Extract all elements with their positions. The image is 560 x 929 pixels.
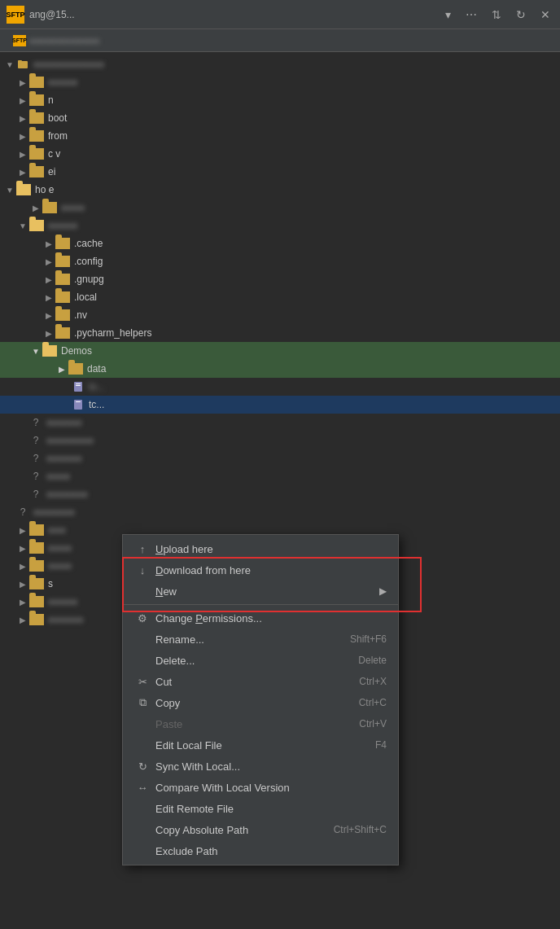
tree-row-pycharm[interactable]: ▶ .pycharm_helpers bbox=[0, 324, 560, 342]
folder-icon-cv bbox=[29, 148, 44, 160]
tree-row-qfile2[interactable]: ? ●●●●●●●● bbox=[0, 432, 560, 449]
folder-icon-nv bbox=[55, 309, 70, 321]
tree-row-boot[interactable]: ▶ boot bbox=[0, 109, 560, 127]
expand-arrow: ▶ bbox=[16, 562, 29, 571]
tree-row-data[interactable]: ▶ data bbox=[0, 360, 560, 378]
tree-row-config[interactable]: ▶ .config bbox=[0, 252, 560, 270]
folder-icon-config bbox=[55, 256, 70, 267]
tree-row-n[interactable]: ▶ n bbox=[0, 91, 560, 109]
download-label: Download from here bbox=[155, 564, 387, 576]
tree-row-qfile6[interactable]: ? ●●●●●●● bbox=[0, 503, 560, 521]
tree-row-from[interactable]: ▶ from bbox=[0, 127, 560, 145]
tree-row-home-sub1[interactable]: ▶ ●●●● bbox=[0, 199, 560, 217]
menu-item-new[interactable]: New ▶ bbox=[123, 581, 398, 602]
close-btn[interactable]: ✕ bbox=[537, 7, 553, 23]
sub1-label: ●●●● bbox=[61, 202, 85, 213]
copy-label: Copy bbox=[155, 697, 343, 709]
transfer-btn[interactable]: ⇅ bbox=[488, 7, 505, 23]
sftp-tab[interactable]: SFTP ●●●●●●●●●●●●● bbox=[7, 29, 106, 51]
root-label: ●●●●●●●●●●●● bbox=[33, 59, 104, 70]
refresh-btn[interactable]: ↻ bbox=[513, 7, 529, 23]
edit-local-shortcut: F4 bbox=[375, 739, 387, 751]
menu-item-upload[interactable]: ↑ Upload here bbox=[123, 538, 398, 559]
qfile3-label: ●●●●●● bbox=[46, 453, 82, 464]
menu-item-cut[interactable]: ✂ Cut Ctrl+X bbox=[123, 671, 398, 692]
rename-label: Rename... bbox=[155, 633, 334, 646]
svg-rect-2 bbox=[74, 382, 82, 392]
expand-arrow: ▶ bbox=[42, 275, 55, 284]
gnupg-label: .gnupg bbox=[74, 274, 104, 285]
expand-arrow: ▶ bbox=[16, 114, 29, 123]
cut-shortcut: Ctrl+X bbox=[359, 676, 387, 687]
folder-icon-ei bbox=[29, 166, 44, 177]
tree-row-home[interactable]: ▼ ho e bbox=[0, 181, 560, 199]
tree-row-nv[interactable]: ▶ .nv bbox=[0, 306, 560, 324]
expand-arrow: ▶ bbox=[42, 293, 55, 302]
tree-row-item1[interactable]: ▶ ●●●●● bbox=[0, 73, 560, 91]
ei-label: ei bbox=[48, 166, 55, 177]
svg-rect-4 bbox=[76, 385, 81, 386]
menu-item-sync[interactable]: ↻ Sync With Local... bbox=[123, 756, 398, 777]
window-title: ang@15... bbox=[29, 9, 442, 20]
qfile1-label: ●●●●●● bbox=[46, 417, 82, 428]
tree-row-home-sub2[interactable]: ▼ ●●●●● bbox=[0, 217, 560, 234]
expand-arrow: ▶ bbox=[29, 204, 42, 213]
menu-item-download[interactable]: ↓ Download from here bbox=[123, 559, 398, 581]
expand-arrow: ▶ bbox=[16, 150, 29, 159]
qfile2-label: ●●●●●●●● bbox=[46, 435, 94, 446]
copy-path-shortcut: Ctrl+Shift+C bbox=[334, 824, 387, 835]
sync-label: Sync With Local... bbox=[155, 760, 387, 773]
tree-row-qfile4[interactable]: ? ●●●● bbox=[0, 467, 560, 485]
permissions-icon: ⚙ bbox=[134, 612, 151, 624]
menu-item-edit-remote[interactable]: Edit Remote File bbox=[123, 798, 398, 819]
folder-icon-boot bbox=[29, 112, 44, 124]
context-menu: ↑ Upload here ↓ Download from here New ▶… bbox=[122, 534, 399, 865]
tree-row-qfile5[interactable]: ? ●●●●●●● bbox=[0, 485, 560, 503]
submenu-arrow: ▶ bbox=[379, 585, 387, 597]
qfile5-label: ●●●●●●● bbox=[46, 489, 88, 500]
expand-arrow: ▶ bbox=[16, 132, 29, 141]
tree-row-ei[interactable]: ▶ ei bbox=[0, 163, 560, 181]
tree-row-cache[interactable]: ▶ .cache bbox=[0, 234, 560, 252]
tree-row-cv[interactable]: ▶ c v bbox=[0, 145, 560, 163]
folder-icon-b1 bbox=[29, 524, 44, 536]
local-label: .local bbox=[74, 291, 97, 303]
expand-arrow: ▶ bbox=[42, 311, 55, 320]
menu-item-permissions[interactable]: ⚙ Change Permissions... bbox=[123, 607, 398, 629]
folder-icon-b2 bbox=[29, 542, 44, 554]
tree-row-local[interactable]: ▶ .local bbox=[0, 288, 560, 306]
b1-label: ●●● bbox=[48, 524, 66, 536]
rename-shortcut: Shift+F6 bbox=[350, 633, 387, 645]
tree-row-demos[interactable]: ▼ Demos bbox=[0, 342, 560, 360]
menu-item-copy-path[interactable]: Copy Absolute Path Ctrl+Shift+C bbox=[123, 819, 398, 840]
demos-label: Demos bbox=[61, 345, 92, 357]
home-label: ho e bbox=[35, 184, 54, 195]
menu-item-compare[interactable]: ↔ Compare With Local Version bbox=[123, 777, 398, 798]
tree-row-qfile3[interactable]: ? ●●●●●● bbox=[0, 449, 560, 467]
menu-btn[interactable]: ⋯ bbox=[462, 7, 480, 23]
tree-row-selected-file[interactable]: tc... bbox=[0, 396, 560, 414]
menu-item-delete[interactable]: Delete... Delete bbox=[123, 650, 398, 671]
expand-arrow: ▶ bbox=[16, 168, 29, 177]
n-label: n bbox=[48, 94, 54, 106]
cache-label: .cache bbox=[74, 238, 103, 249]
tree-row-gnupg[interactable]: ▶ .gnupg bbox=[0, 270, 560, 288]
tree-panel: SFTP ●●●●●●●●●●●●● ▼ ●●●●●●●●●●●● ▶ ●●●●… bbox=[0, 29, 560, 929]
menu-item-edit-local[interactable]: Edit Local File F4 bbox=[123, 734, 398, 756]
dropdown-btn[interactable]: ▾ bbox=[442, 7, 454, 23]
tree-row-qfile1[interactable]: ? ●●●●●● bbox=[0, 414, 560, 432]
cut-label: Cut bbox=[155, 676, 343, 688]
folder-icon-local bbox=[55, 291, 70, 303]
menu-item-copy[interactable]: ⧉ Copy Ctrl+C bbox=[123, 692, 398, 713]
sub2-label: ●●●●● bbox=[48, 220, 77, 231]
todo-label: to... bbox=[89, 381, 105, 392]
tree-row-root[interactable]: ▼ ●●●●●●●●●●●● bbox=[0, 55, 560, 73]
folder-icon-gnupg bbox=[55, 274, 70, 285]
b3-label: ●●●● bbox=[48, 560, 72, 572]
qfile5-icon: ? bbox=[29, 488, 42, 501]
sync-icon: ↻ bbox=[134, 760, 151, 773]
menu-item-exclude[interactable]: Exclude Path bbox=[123, 840, 398, 861]
svg-rect-6 bbox=[76, 401, 81, 402]
menu-item-rename[interactable]: Rename... Shift+F6 bbox=[123, 629, 398, 650]
tree-row-todo[interactable]: to... bbox=[0, 378, 560, 396]
